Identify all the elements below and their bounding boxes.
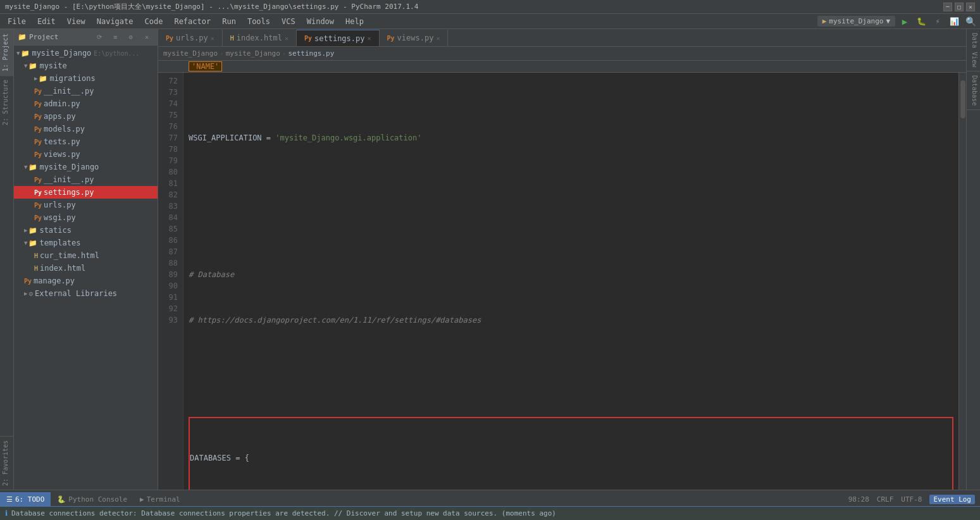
tab-urls-close[interactable]: ✕ xyxy=(211,35,214,42)
menu-file[interactable]: File xyxy=(3,16,31,27)
menu-help[interactable]: Help xyxy=(340,16,369,27)
py-icon-1: Py xyxy=(34,88,42,95)
tab-views[interactable]: Py views.py ✕ xyxy=(380,30,449,46)
bottom-tab-terminal[interactable]: ▶ Terminal xyxy=(133,492,187,506)
editor-area: Py urls.py ✕ H index.html ✕ Py settings.… xyxy=(158,29,966,490)
rvtab-dataview[interactable]: Data View xyxy=(967,29,980,71)
main-area: 1: Project 2: Structure 2: Favorites 📁 P… xyxy=(0,29,980,490)
tree-item-statics[interactable]: 📁 statics xyxy=(14,224,158,237)
tree-item-mysite[interactable]: 📁 mysite xyxy=(14,59,158,72)
code-editor: 72 73 74 75 76 77 78 79 80 81 82 83 84 8… xyxy=(158,73,966,490)
menu-edit[interactable]: Edit xyxy=(32,16,61,27)
breadcrumb-folder[interactable]: mysite_Django xyxy=(226,49,280,58)
code-line-75: # Database xyxy=(189,269,953,280)
migrations-folder-icon: 📁 xyxy=(39,75,47,83)
close-panel-button[interactable]: ✕ xyxy=(140,30,154,44)
tree-urls-label: urls.py xyxy=(44,201,76,209)
run-config-name: mysite_Django xyxy=(829,17,883,25)
maximize-button[interactable]: □ xyxy=(955,3,964,11)
tree-cur-time-label: cur_time.html xyxy=(40,251,99,260)
tree-item-templates[interactable]: 📁 templates xyxy=(14,237,158,249)
vtab-project[interactable]: 1: Project xyxy=(0,29,13,75)
run-button[interactable]: ▶ xyxy=(898,15,912,28)
bottom-tab-python-console[interactable]: 🐍 Python Console xyxy=(51,492,133,506)
project-icon: 📁 xyxy=(18,33,27,41)
tab-index-close[interactable]: ✕ xyxy=(285,35,288,42)
settings-button[interactable]: ⚙ xyxy=(124,30,138,44)
sync-button[interactable]: ⟳ xyxy=(92,30,106,44)
rvtab-database[interactable]: Database xyxy=(967,71,980,110)
notification-bar: ℹ Database connections detector: Databas… xyxy=(0,506,980,520)
bottom-tabs-bar: ☰ 6: TODO 🐍 Python Console ▶ Terminal 98… xyxy=(0,490,980,506)
menu-vcs[interactable]: VCS xyxy=(276,16,301,27)
tree-item-urls[interactable]: Py urls.py xyxy=(14,199,158,211)
scrollbar-thumb[interactable] xyxy=(960,80,965,118)
tree-item-views[interactable]: Py views.py xyxy=(14,148,158,161)
menu-view[interactable]: View xyxy=(62,16,90,27)
migrations-arrow xyxy=(34,75,37,82)
tree-item-mysite-django[interactable]: 📁 mysite_Django xyxy=(14,161,158,173)
status-crlf: CRLF xyxy=(877,495,894,504)
tree-admin-label: admin.py xyxy=(44,99,80,108)
tree-init-django-label: __init__.py xyxy=(44,175,94,184)
tree-item-settings[interactable]: Py settings.py xyxy=(14,186,158,199)
code-line-72: WSGI_APPLICATION = 'mysite_Django.wsgi.a… xyxy=(189,132,953,144)
py-icon-3: Py xyxy=(34,113,42,120)
tree-item-init-django[interactable]: Py __init__.py xyxy=(14,173,158,186)
tab-index[interactable]: H index.html ✕ xyxy=(223,30,297,46)
close-button[interactable]: ✕ xyxy=(966,3,975,11)
tree-root[interactable]: 📁 mysite_Django E:\python... xyxy=(14,47,158,59)
bottom-tab-todo[interactable]: ☰ 6: TODO xyxy=(0,492,51,506)
tab-urls[interactable]: Py urls.py ✕ xyxy=(158,30,223,46)
vtab-structure[interactable]: 2: Structure xyxy=(0,75,13,129)
search-everywhere-button[interactable]: 🔍 xyxy=(964,15,977,28)
todo-icon: ☰ xyxy=(6,495,13,504)
code-content[interactable]: WSGI_APPLICATION = 'mysite_Django.wsgi.a… xyxy=(183,73,958,490)
project-header: 📁 Project ⟳ ≡ ⚙ ✕ xyxy=(14,29,158,46)
tab-settings-close[interactable]: ✕ xyxy=(368,35,371,42)
tree-ext-libs-label: External Libraries xyxy=(35,289,117,298)
tree-item-manage[interactable]: Py manage.py xyxy=(14,275,158,287)
menu-run[interactable]: Run xyxy=(217,16,241,27)
tree-item-tests[interactable]: Py tests.py xyxy=(14,135,158,148)
tree-item-init-mysite[interactable]: Py __init__.py xyxy=(14,85,158,97)
menu-tools[interactable]: Tools xyxy=(242,16,275,27)
minimize-button[interactable]: ─ xyxy=(943,3,952,11)
tree-templates-label: templates xyxy=(39,238,80,247)
templates-folder-icon: 📁 xyxy=(28,239,37,247)
breadcrumb-root[interactable]: mysite_Django xyxy=(163,49,218,58)
menu-code[interactable]: Code xyxy=(140,16,168,27)
tree-item-ext-libs[interactable]: ⚙ External Libraries xyxy=(14,287,158,300)
debug-button[interactable]: 🐛 xyxy=(914,15,928,28)
statics-arrow xyxy=(24,227,27,233)
tab-views-icon: Py xyxy=(387,35,395,42)
mysite-arrow xyxy=(24,63,27,69)
run-config-selector[interactable]: ▶ mysite_Django ▼ xyxy=(817,16,895,27)
vertical-scrollbar[interactable] xyxy=(958,73,966,490)
tab-settings[interactable]: Py settings.py ✕ xyxy=(297,30,380,46)
collapse-all-button[interactable]: ≡ xyxy=(108,30,122,44)
menu-window[interactable]: Window xyxy=(302,16,339,27)
tree-item-wsgi[interactable]: Py wsgi.py xyxy=(14,211,158,224)
tree-models-label: models.py xyxy=(44,125,85,133)
tree-item-admin[interactable]: Py admin.py xyxy=(14,97,158,110)
code-line-78: DATABASES = { xyxy=(190,452,952,464)
tree-item-migrations[interactable]: 📁 migrations xyxy=(14,72,158,85)
event-log-button[interactable]: Event Log xyxy=(929,495,975,504)
profile-button[interactable]: 📊 xyxy=(947,15,961,28)
tree-init-mysite-label: __init__.py xyxy=(44,87,94,96)
window-controls[interactable]: ─ □ ✕ xyxy=(943,3,975,11)
tab-settings-label: settings.py xyxy=(314,34,364,43)
py-icon-4: Py xyxy=(34,126,42,133)
tree-item-models[interactable]: Py models.py xyxy=(14,123,158,135)
tree-item-index-html[interactable]: H index.html xyxy=(14,262,158,275)
tree-item-cur-time[interactable]: H cur_time.html xyxy=(14,249,158,262)
menu-refactor[interactable]: Refactor xyxy=(169,16,216,27)
tab-views-close[interactable]: ✕ xyxy=(436,35,440,42)
tree-item-apps[interactable]: Py apps.py xyxy=(14,110,158,123)
tab-urls-icon: Py xyxy=(166,35,173,42)
coverage-button[interactable]: ⚡ xyxy=(931,15,945,28)
vtab-favorites[interactable]: 2: Favorites xyxy=(0,436,13,490)
breadcrumb-file[interactable]: settings.py xyxy=(288,49,334,58)
menu-navigate[interactable]: Navigate xyxy=(92,16,139,27)
